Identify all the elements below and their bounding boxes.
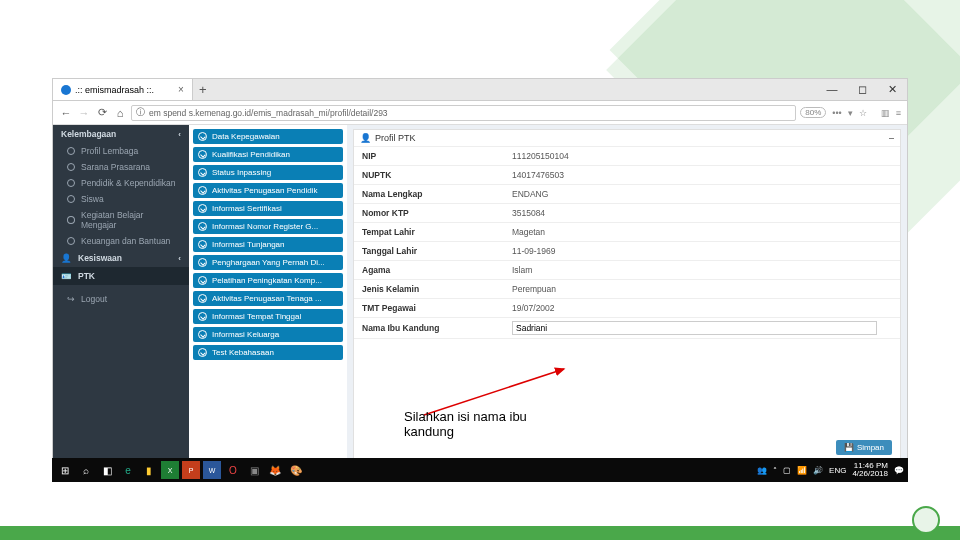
more-icon[interactable]: ••• (832, 108, 841, 118)
minimize-button[interactable]: — (817, 83, 847, 96)
table-row: AgamaIslam (354, 261, 900, 280)
midnav-button[interactable]: Penghargaan Yang Pernah Di... (193, 255, 343, 270)
url-bar: ← → ⟳ ⌂ ⓘ em spend s.kemenag.go.id/emis_… (53, 101, 907, 125)
sidebar-group-kesiswaan[interactable]: 👤Kesiswaan‹ (53, 249, 189, 267)
collapse-icon[interactable]: – (889, 133, 894, 143)
volume-icon[interactable]: 🔊 (813, 466, 823, 475)
battery-icon[interactable]: ▢ (783, 466, 791, 475)
people-icon[interactable]: 👥 (757, 466, 767, 475)
tray-chevron-icon[interactable]: ˄ (773, 466, 777, 475)
home-button[interactable]: ⌂ (113, 106, 127, 120)
library-icon[interactable]: ▥ (881, 108, 890, 118)
search-icon[interactable]: ⌕ (77, 461, 95, 479)
user-icon: 👤 (360, 133, 371, 143)
check-icon (198, 258, 207, 267)
powerpoint-icon[interactable]: P (182, 461, 200, 479)
check-icon (198, 222, 207, 231)
info-icon: ⓘ (136, 107, 145, 119)
mother-name-input[interactable] (512, 321, 877, 335)
midnav-button[interactable]: Aktivitas Penugasan Tenaga ... (193, 291, 343, 306)
sidebar-logout[interactable]: ↪Logout (53, 291, 189, 307)
midnav-button[interactable]: Kualifikasi Pendidikan (193, 147, 343, 162)
check-icon (198, 294, 207, 303)
close-window-button[interactable]: ✕ (877, 83, 907, 96)
reader-icon[interactable]: ▾ (848, 108, 853, 118)
word-icon[interactable]: W (203, 461, 221, 479)
task-view-icon[interactable]: ◧ (98, 461, 116, 479)
check-icon (198, 168, 207, 177)
sidebar-item[interactable]: Siswa (53, 191, 189, 207)
app-icon[interactable]: ▣ (245, 461, 263, 479)
table-row: NUPTK14017476503 (354, 166, 900, 185)
midnav-button[interactable]: Informasi Tempat Tinggal (193, 309, 343, 324)
sidebar-middle: Data Kepegawaian Kualifikasi Pendidikan … (189, 125, 347, 479)
save-icon: 💾 (844, 443, 854, 452)
url-text: em spend s.kemenag.go.id/emis_madrasah_m… (149, 108, 388, 118)
midnav-button[interactable]: Informasi Tunjangan (193, 237, 343, 252)
check-icon (198, 312, 207, 321)
address-input[interactable]: ⓘ em spend s.kemenag.go.id/emis_madrasah… (131, 105, 796, 121)
firefox-icon[interactable]: 🦊 (266, 461, 284, 479)
excel-icon[interactable]: X (161, 461, 179, 479)
midnav-button[interactable]: Pelatihan Peningkatan Komp... (193, 273, 343, 288)
bookmark-icon[interactable]: ☆ (859, 108, 867, 118)
save-button[interactable]: 💾Simpan (836, 440, 892, 455)
back-button[interactable]: ← (59, 106, 73, 120)
sidebar-item[interactable]: Sarana Prasarana (53, 159, 189, 175)
clock-date[interactable]: 4/26/2018 (852, 470, 888, 478)
wifi-icon[interactable]: 📶 (797, 466, 807, 475)
check-icon (198, 132, 207, 141)
annotation-text: Silahkan isi nama ibu kandung (404, 410, 554, 440)
check-icon (198, 276, 207, 285)
check-icon (198, 204, 207, 213)
check-icon (198, 240, 207, 249)
midnav-button[interactable]: Informasi Keluarga (193, 327, 343, 342)
sidebar-group-ptk[interactable]: 🪪PTK (53, 267, 189, 285)
sidebar-group-kelembagaan[interactable]: Kelembagaan‹ (53, 125, 189, 143)
table-row: Nama LengkapENDANG (354, 185, 900, 204)
table-row: Tempat LahirMagetan (354, 223, 900, 242)
favicon-icon (61, 85, 71, 95)
maximize-button[interactable]: ◻ (847, 83, 877, 96)
table-row: NIP111205150104 (354, 147, 900, 166)
notifications-icon[interactable]: 💬 (894, 466, 904, 475)
midnav-button[interactable]: Informasi Sertifikasi (193, 201, 343, 216)
sidebar-left: Kelembagaan‹ Profil Lembaga Sarana Prasa… (53, 125, 189, 479)
profile-form: NIP111205150104 NUPTK14017476503 Nama Le… (354, 147, 900, 436)
midnav-button[interactable]: Informasi Nomor Register G... (193, 219, 343, 234)
paint-icon[interactable]: 🎨 (287, 461, 305, 479)
tab-title: .:: emismadrasah ::. (75, 85, 154, 95)
explorer-icon[interactable]: ▮ (140, 461, 158, 479)
sidebar-item[interactable]: Keuangan dan Bantuan (53, 233, 189, 249)
midnav-button[interactable]: Status Inpassing (193, 165, 343, 180)
midnav-button[interactable]: Aktivitas Penugasan Pendidik (193, 183, 343, 198)
sidebar-item[interactable]: Profil Lembaga (53, 143, 189, 159)
badge-icon: 🪪 (61, 271, 72, 281)
zoom-level[interactable]: 80% (800, 107, 826, 118)
reload-button[interactable]: ⟳ (95, 106, 109, 120)
start-button[interactable]: ⊞ (56, 461, 74, 479)
close-tab-icon[interactable]: × (178, 84, 184, 95)
new-tab-button[interactable]: + (193, 82, 213, 97)
forward-button[interactable]: → (77, 106, 91, 120)
tab-bar: .:: emismadrasah ::. × + — ◻ ✕ (53, 79, 907, 101)
sidebar-item[interactable]: Pendidik & Kependidikan (53, 175, 189, 191)
menu-icon[interactable]: ≡ (896, 108, 901, 118)
check-icon (198, 186, 207, 195)
card-header: 👤Profil PTK– (354, 130, 900, 147)
midnav-button[interactable]: Data Kepegawaian (193, 129, 343, 144)
lang-indicator[interactable]: ENG (829, 466, 846, 475)
check-icon (198, 330, 207, 339)
table-row: Jenis KelaminPerempuan (354, 280, 900, 299)
sidebar-item[interactable]: Kegiatan Belajar Mengajar (53, 207, 189, 233)
user-icon: 👤 (61, 253, 72, 263)
table-row: Tanggal Lahir11-09-1969 (354, 242, 900, 261)
midnav-button[interactable]: Test Kebahasaan (193, 345, 343, 360)
browser-tab[interactable]: .:: emismadrasah ::. × (53, 79, 193, 100)
edge-icon[interactable]: e (119, 461, 137, 479)
slide-decoration (0, 504, 960, 540)
table-row: Nomor KTP3515084 (354, 204, 900, 223)
opera-icon[interactable]: O (224, 461, 242, 479)
table-row: TMT Pegawai19/07/2002 (354, 299, 900, 318)
windows-taskbar: ⊞ ⌕ ◧ e ▮ X P W O ▣ 🦊 🎨 👥 ˄ ▢ 📶 🔊 ENG 11… (52, 458, 908, 482)
